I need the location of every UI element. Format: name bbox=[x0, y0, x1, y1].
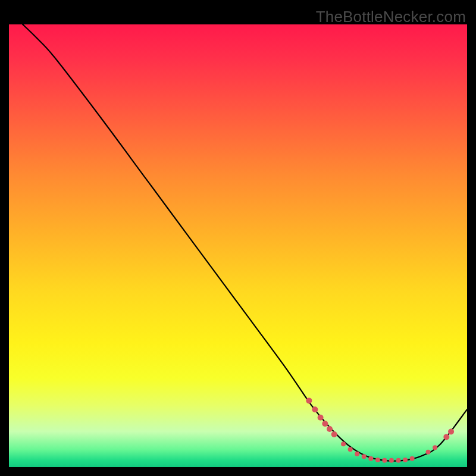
highlight-dot bbox=[362, 454, 367, 459]
chart-frame: TheBottleNecker.com bbox=[9, 9, 467, 467]
highlight-dot bbox=[312, 406, 318, 412]
highlight-dot bbox=[306, 397, 312, 403]
highlight-dots bbox=[306, 397, 454, 462]
highlight-dot bbox=[382, 458, 387, 463]
highlight-dot bbox=[448, 428, 454, 434]
plot-area bbox=[9, 24, 467, 467]
highlight-dot bbox=[318, 415, 324, 421]
highlight-dot bbox=[396, 458, 401, 463]
highlight-dot bbox=[433, 445, 437, 450]
highlight-dot bbox=[443, 434, 449, 440]
highlight-dot bbox=[410, 456, 415, 461]
highlight-dot bbox=[426, 450, 431, 455]
bottleneck-curve bbox=[23, 24, 467, 461]
highlight-dot bbox=[348, 447, 353, 452]
highlight-dot bbox=[322, 421, 328, 427]
highlight-dot bbox=[327, 426, 333, 432]
watermark-text: TheBottleNecker.com bbox=[316, 8, 466, 26]
highlight-dot bbox=[375, 458, 380, 462]
highlight-dot bbox=[403, 458, 408, 462]
highlight-dot bbox=[368, 456, 373, 461]
highlight-dot bbox=[389, 458, 394, 463]
highlight-dot bbox=[341, 441, 346, 446]
curve-layer bbox=[9, 24, 467, 467]
highlight-dot bbox=[355, 452, 359, 456]
highlight-dot bbox=[331, 431, 337, 437]
